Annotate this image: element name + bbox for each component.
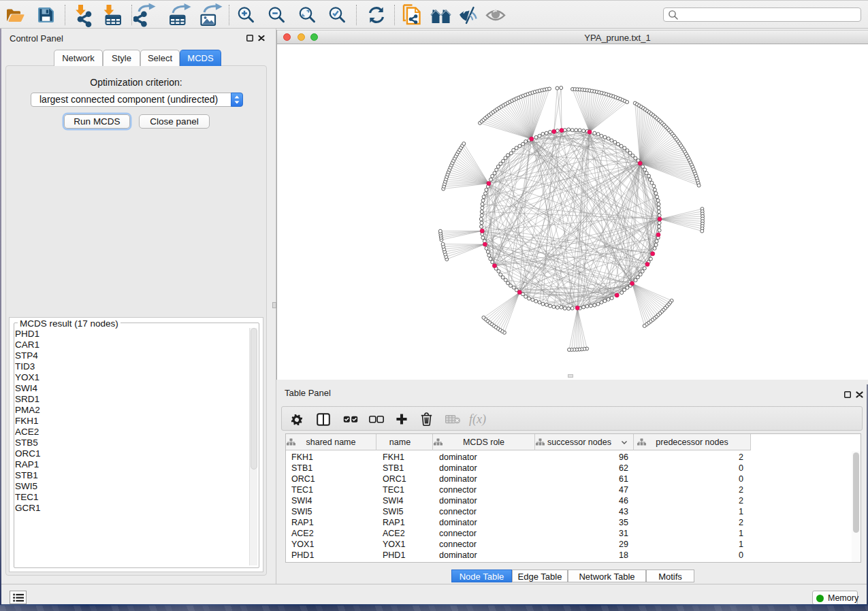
svg-text:f(x): f(x) [469,412,486,427]
